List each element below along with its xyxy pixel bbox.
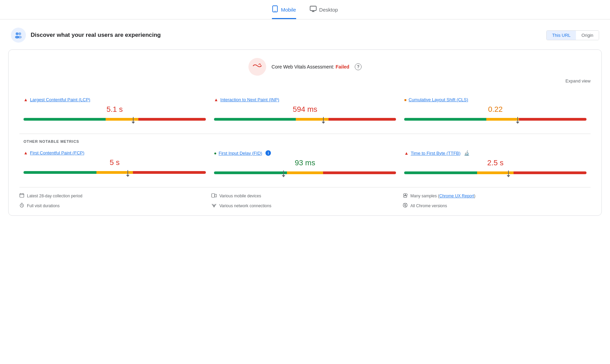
- inp-bar-green: [214, 118, 296, 121]
- footer-info: Latest 28-day collection period Various …: [19, 187, 591, 209]
- fid-label[interactable]: First Input Delay (FID): [219, 151, 262, 156]
- samples-icon: [403, 193, 408, 199]
- footer-samples-text: Many samples (Chrome UX Report): [410, 194, 475, 198]
- core-metrics-grid: ▲ Largest Contentful Paint (LCP) 5.1 s ▲…: [19, 92, 591, 128]
- lcp-bar: [24, 118, 206, 121]
- cls-marker: [517, 117, 518, 122]
- footer-mobile-devices: Various mobile devices: [211, 193, 399, 199]
- cls-label[interactable]: Cumulative Layout Shift (CLS): [409, 97, 468, 102]
- section-header: Discover what your real users are experi…: [0, 28, 610, 49]
- cwv-status: Failed: [336, 64, 349, 70]
- main-card: Core Web Vitals Assessment: Failed ? Exp…: [8, 49, 602, 216]
- fid-value: 93 ms: [214, 158, 396, 167]
- ttfb-lab-icon: 🔬: [464, 150, 470, 156]
- fcp-bar: [24, 171, 206, 175]
- section-avatar: [11, 28, 26, 43]
- footer-full-visit: Full visit durations: [19, 203, 207, 209]
- tab-mobile[interactable]: Mobile: [272, 5, 296, 19]
- metric-inp: ▲ Interaction to Next Paint (INP) 594 ms: [210, 92, 400, 128]
- lcp-marker: [133, 117, 134, 122]
- svg-point-16: [405, 204, 406, 206]
- expand-view-button[interactable]: Expand view: [19, 78, 591, 84]
- fid-bar-green: [214, 171, 287, 174]
- fcp-bar-red: [133, 171, 206, 174]
- cwv-info-icon[interactable]: ?: [355, 63, 362, 70]
- cls-bar-green: [404, 118, 486, 121]
- fcp-bar-green: [24, 171, 96, 174]
- svg-point-4: [18, 32, 21, 35]
- timer-icon: [19, 203, 24, 209]
- footer-devices-text: Various mobile devices: [219, 194, 261, 198]
- lcp-bar-green: [24, 118, 106, 121]
- metric-lcp: ▲ Largest Contentful Paint (LCP) 5.1 s: [19, 92, 210, 128]
- footer-network-text: Various network connections: [219, 203, 272, 208]
- ttfb-bar-green: [404, 171, 477, 174]
- devices-icon: [211, 193, 217, 199]
- cls-status-icon: ■: [404, 98, 407, 102]
- ttfb-value: 2.5 s: [404, 158, 586, 167]
- network-icon: [211, 203, 217, 209]
- lcp-status-icon: ▲: [24, 97, 28, 102]
- svg-point-3: [16, 32, 18, 35]
- metric-fcp: ▲ First Contentful Paint (FCP) 5 s: [19, 145, 210, 182]
- lcp-bar-red: [138, 118, 206, 121]
- fid-bar-orange: [287, 171, 323, 174]
- section-header-left: Discover what your real users are experi…: [11, 28, 161, 43]
- lcp-value: 5.1 s: [24, 105, 206, 114]
- fid-bar: [214, 171, 396, 175]
- tab-desktop[interactable]: Desktop: [310, 6, 338, 19]
- divider-notable: [19, 134, 591, 134]
- metric-ttfb-label-row: ▲ Time to First Byte (TTFB) 🔬: [404, 150, 586, 156]
- footer-collection-period: Latest 28-day collection period: [19, 193, 207, 199]
- svg-point-6: [18, 36, 22, 39]
- footer-chrome-text: All Chrome versions: [410, 203, 447, 208]
- tab-bar: Mobile Desktop: [0, 0, 610, 19]
- fcp-status-icon: ▲: [24, 150, 28, 155]
- mobile-icon: [272, 5, 278, 14]
- cls-value: 0.22: [404, 105, 586, 114]
- inp-value: 594 ms: [214, 105, 396, 114]
- tab-desktop-label: Desktop: [319, 7, 338, 13]
- fid-info-icon[interactable]: i: [265, 150, 271, 156]
- origin-button[interactable]: Origin: [576, 31, 599, 40]
- chrome-ux-report-link[interactable]: Chrome UX Report: [439, 194, 474, 198]
- inp-status-icon: ▲: [214, 97, 218, 102]
- fid-status-icon: ●: [214, 151, 217, 156]
- cwv-failed-icon: [253, 62, 262, 72]
- metric-cls: ■ Cumulative Layout Shift (CLS) 0.22: [400, 92, 591, 128]
- svg-rect-7: [20, 194, 24, 197]
- lcp-label[interactable]: Largest Contentful Paint (LCP): [30, 97, 90, 102]
- footer-network: Various network connections: [211, 203, 399, 209]
- other-metrics-label: OTHER NOTABLE METRICS: [19, 139, 591, 143]
- tab-mobile-label: Mobile: [281, 7, 296, 13]
- fcp-label[interactable]: First Contentful Paint (FCP): [30, 150, 85, 155]
- ttfb-status-icon: ▲: [404, 151, 409, 156]
- metric-fid-label-row: ● First Input Delay (FID) i: [214, 150, 396, 156]
- footer-chrome: All Chrome versions: [403, 203, 591, 209]
- fid-marker: [283, 170, 284, 175]
- svg-rect-2: [310, 6, 316, 11]
- svg-rect-9: [215, 194, 216, 197]
- fcp-value: 5 s: [24, 158, 206, 167]
- cwv-assessment-label: Core Web Vitals Assessment: Failed: [272, 64, 349, 70]
- svg-point-14: [213, 207, 214, 207]
- url-origin-toggle[interactable]: This URL Origin: [546, 30, 599, 40]
- cls-bar-red: [519, 118, 586, 121]
- ttfb-bar-red: [514, 171, 586, 174]
- metric-fid: ● First Input Delay (FID) i 93 ms: [210, 145, 400, 182]
- inp-label[interactable]: Interaction to Next Paint (INP): [220, 97, 279, 102]
- metric-ttfb: ▲ Time to First Byte (TTFB) 🔬 2.5 s: [400, 145, 591, 182]
- ttfb-label[interactable]: Time to First Byte (TTFB): [411, 151, 460, 156]
- footer-many-samples: Many samples (Chrome UX Report): [403, 193, 591, 199]
- this-url-button[interactable]: This URL: [547, 31, 576, 40]
- chrome-icon: [403, 203, 408, 209]
- fid-bar-red: [323, 171, 396, 174]
- footer-visit-text: Full visit durations: [27, 203, 60, 208]
- cwv-icon-wrap: [248, 58, 266, 76]
- fcp-marker: [127, 170, 128, 175]
- ttfb-bar: [404, 171, 586, 175]
- section-title: Discover what your real users are experi…: [31, 32, 161, 39]
- svg-point-15: [403, 203, 407, 207]
- other-metrics-grid: ▲ First Contentful Paint (FCP) 5 s ● Fir…: [19, 145, 591, 182]
- calendar-icon: [19, 193, 24, 199]
